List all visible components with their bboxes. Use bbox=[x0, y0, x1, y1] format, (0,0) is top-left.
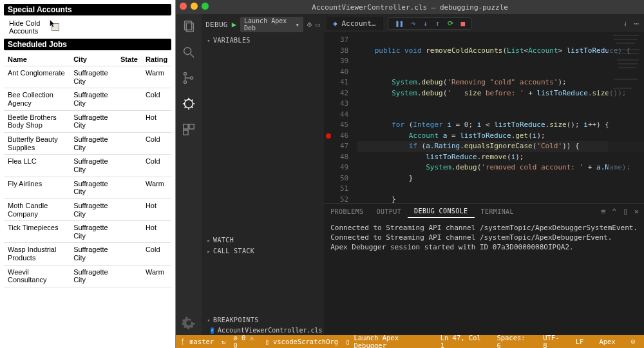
cell-name: Moth Candle Company bbox=[4, 198, 70, 220]
cell-city: Suffragette City bbox=[70, 177, 117, 198]
cell-rating: Hot bbox=[142, 221, 171, 243]
table-row[interactable]: Butterfly Beauty SuppliesSuffragette Cit… bbox=[4, 133, 171, 155]
tab-debug-console[interactable]: DEBUG CONSOLE bbox=[408, 205, 474, 218]
watch-section[interactable]: WATCH bbox=[202, 235, 324, 246]
status-eol[interactable]: LF bbox=[572, 338, 588, 345]
breakpoint-checkbox[interactable]: ✓ bbox=[211, 327, 214, 334]
gear-icon[interactable]: ⚙ bbox=[307, 20, 312, 29]
cell-city: Suffragette City bbox=[70, 110, 117, 132]
variables-section[interactable]: VARIABLES bbox=[202, 35, 324, 46]
close-window-icon[interactable] bbox=[180, 3, 187, 10]
editor-tab-row: ◆ Account… ❚❚ ↷ ↓ ↑ ⟳ ■ ⫞ ⋯ bbox=[324, 14, 644, 32]
status-spaces[interactable]: Spaces: 6 bbox=[493, 334, 531, 348]
status-feedback[interactable]: ☺ bbox=[627, 338, 639, 345]
code-editor[interactable]: 3738394041424344454647484950515253545556… bbox=[324, 32, 644, 203]
status-launch[interactable]: ▯ Launch Apex Debugger bbox=[346, 334, 421, 348]
git-icon[interactable] bbox=[182, 71, 196, 85]
cell-rating: Warm bbox=[142, 265, 171, 287]
panel-collapse-icon[interactable]: ⌃ bbox=[612, 207, 616, 216]
split-editor-icon[interactable]: ⫞ bbox=[623, 19, 627, 28]
status-position[interactable]: Ln 47, Col 1 bbox=[437, 334, 486, 348]
col-city[interactable]: City bbox=[70, 53, 117, 66]
restart-icon[interactable]: ⟳ bbox=[448, 19, 453, 28]
step-over-icon[interactable]: ↷ bbox=[412, 19, 416, 28]
vscode-window: AccountViewerController.cls — debugging-… bbox=[176, 0, 644, 348]
cell-state bbox=[117, 133, 142, 155]
debug-toolbar[interactable]: ❚❚ ↷ ↓ ↑ ⟳ ■ bbox=[388, 17, 472, 30]
cell-name: Beetle Brothers Body Shop bbox=[4, 110, 70, 132]
accounts-table: Name City State Rating Ant ConglomerateS… bbox=[4, 53, 171, 287]
cell-state bbox=[117, 243, 142, 265]
svg-point-6 bbox=[185, 100, 193, 108]
status-branch[interactable]: ᚶmaster bbox=[181, 338, 214, 345]
files-icon[interactable] bbox=[182, 19, 196, 34]
step-out-icon[interactable]: ↑ bbox=[435, 19, 440, 28]
svg-rect-8 bbox=[189, 124, 194, 129]
activity-bar bbox=[176, 14, 202, 335]
panel-close-icon[interactable]: ✕ bbox=[634, 207, 639, 216]
cell-city: Suffragette City bbox=[70, 221, 117, 243]
tab-problems[interactable]: PROBLEMS bbox=[324, 206, 370, 218]
tab-output[interactable]: OUTPUT bbox=[370, 206, 408, 218]
cell-rating: Warm bbox=[142, 177, 171, 198]
table-row[interactable]: Wasp Industrial ProductsSuffragette City… bbox=[4, 243, 171, 265]
table-row[interactable]: Weevil ConsultancySuffragette CityWarm bbox=[4, 265, 171, 287]
status-sync[interactable]: ↻ bbox=[222, 338, 225, 345]
panel-filter-icon[interactable]: ≡ bbox=[601, 207, 605, 216]
debug-console-output[interactable]: Connected to Streaming API channel /syst… bbox=[324, 219, 644, 335]
debug-config-dropdown[interactable]: Launch Apex Deb▾ bbox=[240, 17, 303, 32]
cell-rating: Hot bbox=[142, 110, 171, 132]
pause-icon[interactable]: ❚❚ bbox=[395, 19, 403, 28]
step-into-icon[interactable]: ↓ bbox=[423, 19, 428, 28]
cell-name: Wasp Industrial Products bbox=[4, 243, 70, 265]
window-titlebar[interactable]: AccountViewerController.cls — debugging-… bbox=[176, 0, 644, 14]
table-row[interactable]: Moth Candle CompanySuffragette CityHot bbox=[4, 198, 171, 220]
cell-name: Bee Collection Agency bbox=[4, 88, 70, 110]
minimize-window-icon[interactable] bbox=[191, 3, 198, 10]
hide-cold-checkbox[interactable] bbox=[52, 23, 59, 31]
table-row[interactable]: Beetle Brothers Body ShopSuffragette Cit… bbox=[4, 110, 171, 132]
table-row[interactable]: Ant ConglomerateSuffragette CityWarm bbox=[4, 66, 171, 88]
extensions-icon[interactable] bbox=[182, 122, 196, 137]
status-errors[interactable]: ⊘ 0 ⚠ 0 bbox=[233, 334, 257, 348]
cell-name: Ant Conglomerate bbox=[4, 66, 70, 88]
svg-rect-9 bbox=[184, 130, 188, 135]
settings-icon[interactable] bbox=[182, 316, 196, 330]
maximize-window-icon[interactable] bbox=[202, 3, 209, 10]
cell-rating: Cold bbox=[142, 133, 171, 155]
breakpoints-section[interactable]: BREAKPOINTS bbox=[202, 314, 324, 325]
svg-point-5 bbox=[191, 77, 193, 79]
svg-rect-7 bbox=[184, 124, 188, 129]
tab-terminal[interactable]: TERMINAL bbox=[475, 206, 520, 218]
special-accounts-header: Special Accounts bbox=[4, 4, 171, 15]
stop-icon[interactable]: ■ bbox=[461, 19, 466, 28]
minimap[interactable] bbox=[608, 32, 644, 203]
console-icon[interactable]: ▭ bbox=[316, 20, 320, 29]
status-org[interactable]: ▯ vscodeScratchOrg bbox=[265, 338, 338, 345]
cell-city: Suffragette City bbox=[70, 265, 117, 287]
callstack-section[interactable]: CALL STACK bbox=[202, 246, 324, 256]
editor-tab[interactable]: ◆ Account… bbox=[327, 17, 383, 30]
cell-name: Weevil Consultancy bbox=[4, 265, 70, 287]
status-encoding[interactable]: UTF-8 bbox=[539, 334, 564, 348]
cell-rating: Cold bbox=[142, 243, 171, 265]
status-lang[interactable]: Apex bbox=[595, 338, 619, 345]
cell-name: Tick Timepieces bbox=[4, 221, 70, 243]
scheduled-jobs-header: Scheduled Jobs bbox=[4, 39, 171, 50]
debug-sidebar: DEBUG ▶ Launch Apex Deb▾ ⚙ ▭ VARIABLES W… bbox=[202, 14, 324, 335]
col-name[interactable]: Name bbox=[4, 53, 70, 66]
table-row[interactable]: Flea LLCSuffragette CityCold bbox=[4, 155, 171, 177]
search-icon[interactable] bbox=[182, 45, 196, 59]
start-debug-button[interactable]: ▶ bbox=[232, 20, 236, 29]
table-row[interactable]: Bee Collection AgencySuffragette CityCol… bbox=[4, 88, 171, 110]
cell-city: Suffragette City bbox=[70, 198, 117, 220]
cell-rating: Cold bbox=[142, 88, 171, 110]
breakpoint-row[interactable]: ✓ AccountViewerController.cls fo... 46 › bbox=[202, 325, 324, 335]
more-icon[interactable]: ⋯ bbox=[634, 19, 639, 28]
col-state[interactable]: State bbox=[117, 53, 142, 66]
debug-icon[interactable] bbox=[182, 97, 196, 111]
table-row[interactable]: Tick TimepiecesSuffragette CityHot bbox=[4, 221, 171, 243]
table-row[interactable]: Fly AirlinesSuffragette CityWarm bbox=[4, 177, 171, 198]
col-rating[interactable]: Rating bbox=[142, 53, 171, 66]
panel-maximize-icon[interactable]: ▯ bbox=[623, 207, 628, 216]
